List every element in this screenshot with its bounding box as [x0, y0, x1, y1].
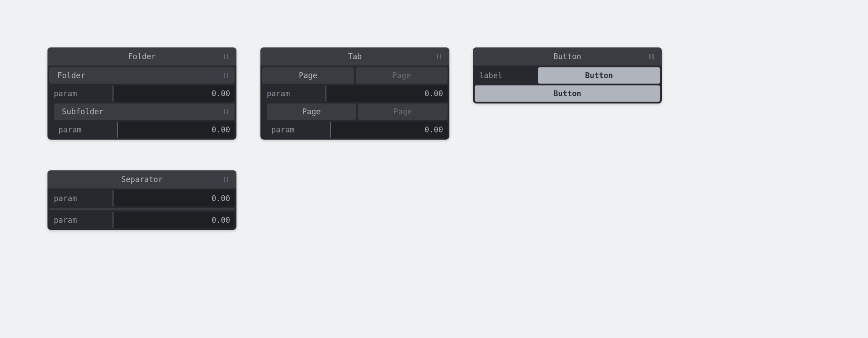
push-button[interactable]: Button [538, 67, 660, 84]
param-value-input[interactable]: 0.00 [113, 85, 235, 102]
pane-separator-titlebar[interactable]: Separator [47, 170, 236, 188]
full-button-row: Button [475, 85, 660, 102]
param-label: param [54, 122, 115, 138]
pane-folder-titlebar[interactable]: Folder [47, 47, 236, 66]
collapse-icon[interactable] [224, 109, 228, 114]
param-value-text: 0.00 [212, 89, 230, 98]
tab-page-active[interactable]: Page [267, 103, 356, 120]
tab-row-2: Page Page [267, 103, 448, 120]
tab-page-active[interactable]: Page [262, 67, 354, 84]
param-value-input[interactable]: 0.00 [117, 122, 235, 138]
folder-header-level2[interactable]: Subfolder [54, 103, 235, 120]
pane-button-title: Button [553, 52, 581, 61]
param-value-text: 0.00 [212, 194, 230, 203]
param-row: param 0.00 [49, 212, 235, 228]
param-label: param [267, 122, 328, 138]
button-label: label [475, 67, 536, 84]
param-value-text: 0.00 [212, 125, 230, 134]
collapse-icon[interactable] [224, 177, 228, 182]
tab-label: Page [394, 107, 412, 116]
param-label: param [49, 212, 111, 228]
pane-folder-title: Folder [128, 52, 156, 61]
param-value-text: 0.00 [425, 89, 443, 98]
subfolder-header-label: Subfolder [62, 107, 104, 116]
pane-tab-title: Tab [348, 52, 362, 61]
tab-label: Page [302, 107, 321, 116]
param-label: param [49, 85, 111, 102]
param-row: param 0.00 [49, 85, 235, 102]
param-value-text: 0.00 [212, 216, 230, 225]
collapse-icon[interactable] [437, 54, 441, 59]
push-button[interactable]: Button [475, 85, 660, 102]
param-row: param 0.00 [49, 190, 235, 207]
tab-page-inactive[interactable]: Page [358, 103, 448, 120]
collapse-icon[interactable] [224, 73, 228, 78]
tab-label: Page [392, 71, 411, 80]
param-value-text: 0.00 [425, 125, 443, 134]
pane-tab-titlebar[interactable]: Tab [260, 47, 449, 66]
pane-button-titlebar[interactable]: Button [473, 47, 662, 66]
param-row: param 0.00 [54, 122, 235, 138]
param-row: param 0.00 [262, 85, 448, 102]
pane-separator: Separator param 0.00 param 0.00 [47, 170, 236, 230]
collapse-icon[interactable] [224, 54, 228, 59]
param-label: param [262, 85, 324, 102]
push-button-text: Button [553, 89, 581, 98]
separator-divider [49, 208, 235, 210]
tab-page-inactive[interactable]: Page [356, 67, 448, 84]
param-value-input[interactable]: 0.00 [330, 122, 448, 138]
push-button-text: Button [585, 71, 613, 80]
collapse-icon[interactable] [649, 54, 654, 59]
pane-tab: Tab Page Page param 0.00 Page Page param… [260, 47, 449, 140]
folder-header-label: Folder [57, 71, 85, 80]
param-row: param 0.00 [267, 122, 448, 138]
param-value-input[interactable]: 0.00 [113, 212, 235, 228]
labeled-button-row: label Button [475, 67, 660, 84]
param-value-input[interactable]: 0.00 [113, 190, 235, 207]
param-value-input[interactable]: 0.00 [326, 85, 448, 102]
tab-label: Page [299, 71, 317, 80]
pane-folder: Folder Folder param 0.00 Subfolder param… [47, 47, 236, 140]
param-label: param [49, 190, 111, 207]
pane-button: Button label Button Button [473, 47, 662, 103]
tab-row-1: Page Page [262, 67, 448, 84]
folder-header-level1[interactable]: Folder [49, 67, 235, 84]
pane-separator-title: Separator [121, 175, 163, 184]
